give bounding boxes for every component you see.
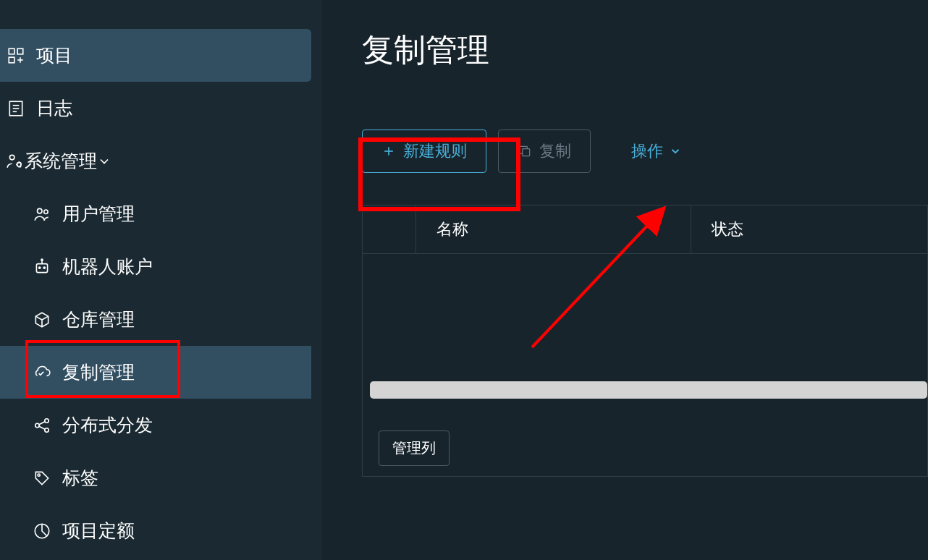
sidebar-item-label: 仓库管理 [62, 307, 135, 331]
plus-icon [381, 144, 396, 158]
sidebar-item-label: 分布式分发 [62, 413, 153, 437]
sidebar-item-label: 机器人账户 [62, 255, 153, 279]
horizontal-scrollbar[interactable] [370, 381, 927, 399]
copy-icon [518, 144, 532, 158]
sidebar-section-label: 系统管理 [25, 149, 97, 173]
manage-columns-button[interactable]: 管理列 [379, 430, 450, 466]
button-label: 新建规则 [403, 140, 467, 162]
sidebar-item-label: 复制管理 [62, 360, 135, 384]
sidebar-item-replication[interactable]: 复制管理 [0, 346, 311, 399]
copy-button[interactable]: 复制 [498, 130, 591, 173]
svg-rect-13 [36, 263, 47, 272]
sidebar-item-label: 项目定额 [62, 519, 135, 543]
rules-table: 名称 状态 管理列 [362, 205, 928, 477]
svg-point-12 [44, 210, 48, 213]
sidebar-item-users[interactable]: 用户管理 [0, 187, 322, 240]
sidebar-item-label: 标签 [62, 466, 98, 490]
table-header-name: 名称 [416, 205, 691, 253]
logs-icon [6, 98, 26, 119]
pie-chart-icon [32, 521, 52, 541]
svg-rect-1 [17, 48, 23, 54]
svg-point-15 [43, 267, 45, 268]
sidebar-item-label: 用户管理 [62, 202, 135, 226]
sidebar-item-robot[interactable]: 机器人账户 [0, 240, 322, 293]
sidebar-item-tags[interactable]: 标签 [0, 451, 322, 504]
cube-icon [32, 310, 52, 330]
robot-icon [32, 257, 52, 277]
page-title: 复制管理 [362, 29, 928, 72]
tag-icon [32, 468, 52, 488]
action-dropdown[interactable]: 操作 [631, 140, 682, 162]
svg-line-22 [39, 426, 46, 429]
table-header: 名称 状态 [363, 205, 927, 254]
table-body [363, 254, 927, 420]
sidebar: 项目 日志 系统管理 [0, 0, 322, 560]
table-header-checkbox [363, 205, 416, 253]
toolbar: 新建规则 复制 操作 [362, 130, 928, 173]
sidebar-item-label: 项目 [36, 43, 72, 67]
svg-point-23 [38, 474, 40, 476]
table-header-status: 状态 [691, 205, 927, 253]
svg-rect-2 [9, 57, 14, 63]
svg-point-20 [45, 428, 48, 431]
button-label: 复制 [539, 140, 571, 162]
chevron-down-icon [97, 154, 111, 169]
system-admin-icon [6, 152, 25, 171]
sidebar-item-label: 日志 [36, 96, 72, 120]
main-content: 复制管理 新建规则 复制 操作 [322, 0, 928, 560]
sidebar-item-distribution[interactable]: 分布式分发 [0, 399, 322, 451]
new-rule-button[interactable]: 新建规则 [362, 130, 486, 173]
svg-point-11 [38, 208, 43, 213]
sidebar-section-system[interactable]: 系统管理 [0, 135, 322, 187]
cloud-sync-icon [32, 362, 52, 383]
svg-point-19 [45, 418, 48, 422]
svg-line-21 [39, 421, 46, 424]
action-label: 操作 [631, 140, 663, 162]
users-icon [32, 204, 52, 224]
sidebar-item-repo[interactable]: 仓库管理 [0, 293, 322, 346]
svg-point-18 [35, 423, 39, 427]
svg-point-14 [39, 267, 41, 268]
svg-rect-0 [9, 48, 14, 54]
sidebar-item-projects[interactable]: 项目 [0, 29, 311, 82]
svg-rect-27 [523, 149, 530, 156]
svg-point-9 [9, 155, 14, 160]
chevron-down-icon [669, 145, 682, 158]
sidebar-item-quota[interactable]: 项目定额 [0, 504, 322, 557]
sidebar-item-logs[interactable]: 日志 [0, 82, 322, 135]
share-icon [32, 415, 52, 436]
table-footer: 管理列 [363, 420, 927, 476]
projects-icon [6, 46, 26, 66]
svg-point-17 [41, 259, 43, 260]
